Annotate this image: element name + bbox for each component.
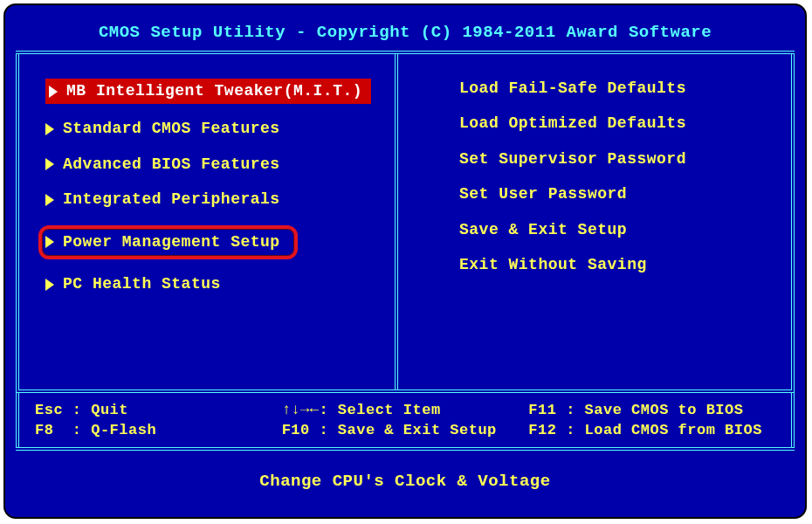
menu-area: MB Intelligent Tweaker(M.I.T.)Standard C…: [16, 54, 795, 393]
right-menu-item-0[interactable]: Load Fail-Safe Defaults: [442, 79, 774, 99]
right-menu-item-3[interactable]: Set User Password: [442, 184, 774, 204]
left-menu-item-0[interactable]: MB Intelligent Tweaker(M.I.T.): [45, 79, 371, 104]
hint-arrows: ↑↓→←: Select Item: [282, 402, 529, 418]
submenu-arrow-icon: [45, 279, 54, 291]
left-menu-item-1[interactable]: Standard CMOS Features: [45, 119, 377, 139]
hint-f8: F8 : Q-Flash: [35, 422, 282, 438]
left-menu-item-2[interactable]: Advanced BIOS Features: [45, 155, 377, 175]
menu-item-label: Save & Exit Setup: [459, 220, 627, 240]
footer-help-text: Change CPU's Clock & Voltage: [12, 451, 798, 493]
right-menu-item-2[interactable]: Set Supervisor Password: [442, 149, 774, 169]
submenu-arrow-icon: [45, 194, 54, 206]
menu-item-label: Set User Password: [459, 184, 627, 204]
page-title: CMOS Setup Utility - Copyright (C) 1984-…: [12, 10, 798, 51]
left-menu-item-5[interactable]: PC Health Status: [45, 274, 377, 294]
bios-screen: CMOS Setup Utility - Copyright (C) 1984-…: [3, 3, 807, 519]
menu-item-label: Power Management Setup: [63, 232, 280, 252]
menu-item-label: Advanced BIOS Features: [63, 155, 280, 175]
hint-f11: F11 : Save CMOS to BIOS: [528, 402, 775, 418]
main-panel: MB Intelligent Tweaker(M.I.T.)Standard C…: [16, 51, 795, 451]
right-menu-item-1[interactable]: Load Optimized Defaults: [442, 114, 774, 134]
hint-esc: Esc : Quit: [35, 402, 282, 418]
left-menu-item-4[interactable]: Power Management Setup: [38, 225, 298, 259]
submenu-arrow-icon: [49, 86, 58, 98]
right-menu-item-4[interactable]: Save & Exit Setup: [442, 220, 774, 240]
menu-item-label: Set Supervisor Password: [459, 149, 686, 169]
left-menu-item-3[interactable]: Integrated Peripherals: [45, 190, 377, 210]
menu-item-label: MB Intelligent Tweaker(M.I.T.): [66, 81, 362, 101]
right-menu-item-5[interactable]: Exit Without Saving: [442, 255, 774, 275]
submenu-arrow-icon: [45, 236, 54, 248]
hint-f10: F10 : Save & Exit Setup: [282, 422, 529, 438]
menu-column-left: MB Intelligent Tweaker(M.I.T.)Standard C…: [19, 54, 398, 390]
submenu-arrow-icon: [45, 123, 54, 135]
key-hints: Esc : Quit ↑↓→←: Select Item F11 : Save …: [16, 393, 795, 447]
menu-column-right: Load Fail-Safe DefaultsLoad Optimized De…: [398, 54, 791, 390]
hint-f12: F12 : Load CMOS from BIOS: [528, 422, 775, 438]
menu-item-label: Standard CMOS Features: [63, 119, 280, 139]
menu-item-label: Integrated Peripherals: [63, 190, 280, 210]
menu-item-label: PC Health Status: [63, 274, 221, 294]
menu-item-label: Load Fail-Safe Defaults: [459, 79, 686, 99]
menu-item-label: Exit Without Saving: [459, 255, 647, 275]
submenu-arrow-icon: [45, 158, 54, 170]
menu-item-label: Load Optimized Defaults: [459, 114, 686, 134]
